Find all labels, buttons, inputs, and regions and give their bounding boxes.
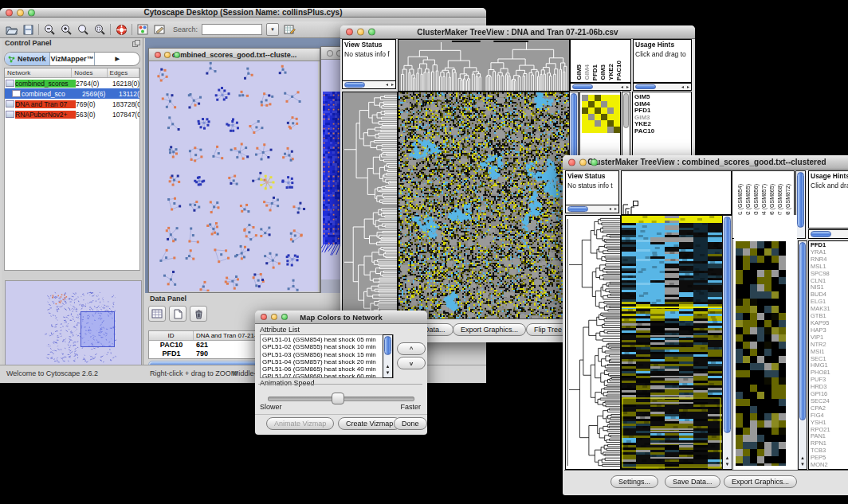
scroll-left-icon[interactable]: ◂: [609, 205, 611, 213]
scroll-down-icon[interactable]: ▼: [383, 369, 392, 377]
minimize-icon[interactable]: [579, 158, 587, 166]
scroll-down-icon[interactable]: ▼: [723, 461, 732, 468]
network-view-titlebar[interactable]: combined_scores_good.txt--cluste...: [149, 49, 320, 61]
scrollbar-thumb[interactable]: [811, 231, 831, 237]
network-list-row[interactable]: RNAPuberNov2+ 563(0) 107847(0): [5, 109, 139, 119]
attribute-list-item[interactable]: GPL51-01 (GSM854) heat shock 05 min: [262, 336, 391, 343]
open-file-icon[interactable]: [5, 23, 18, 36]
array-label[interactable]: GIM5: [575, 64, 583, 80]
zoom-out-icon[interactable]: [43, 23, 56, 36]
network-list-row[interactable]: DNA and Tran 07 769(0) 183728(0): [5, 99, 139, 109]
zoom-icon[interactable]: [174, 52, 180, 58]
treeview2-titlebar[interactable]: ClusterMaker TreeView : combined_scores_…: [563, 155, 848, 170]
move-down-button[interactable]: v: [397, 357, 426, 369]
vizmapper-icon[interactable]: [136, 23, 149, 36]
zoom-icon[interactable]: [281, 314, 288, 320]
zoom-in-icon[interactable]: [60, 23, 73, 36]
gene-list-vscrollbar[interactable]: ▲ ▼: [798, 240, 807, 470]
minimize-icon[interactable]: [164, 52, 171, 58]
attribute-list-item[interactable]: GPL51-04 (GSM857) heat shock 20 min: [262, 358, 391, 365]
delete-attribute-icon[interactable]: [190, 306, 207, 322]
move-up-button[interactable]: ^: [397, 342, 426, 355]
zoom-icon[interactable]: [28, 9, 35, 16]
gene-dendrogram-canvas[interactable]: [342, 92, 398, 320]
zoom-selected-icon[interactable]: [77, 23, 89, 36]
heatmap-canvas[interactable]: [621, 215, 723, 470]
network-list-header[interactable]: Network Nodes Edges: [5, 68, 139, 78]
heatmap-canvas[interactable]: [398, 92, 570, 320]
zoom-heatmap-canvas[interactable]: [736, 241, 786, 466]
attribute-list-item[interactable]: GPL51-06 (GSM865) heat shock 40 min: [262, 365, 391, 373]
minimize-icon[interactable]: [357, 29, 364, 36]
help-lifesaver-icon[interactable]: [115, 23, 128, 36]
scroll-right-icon[interactable]: ▸: [614, 205, 617, 213]
array-label[interactable]: PFD1: [591, 64, 599, 80]
search-dropdown-icon[interactable]: ▼: [266, 23, 279, 36]
array-labels-hscrollbar[interactable]: ◂ ▸: [570, 83, 631, 91]
create-vizmap-button[interactable]: Create Vizmap: [338, 417, 401, 430]
network-list-row[interactable]: combined_sco 2569(6) 13112(15): [5, 88, 139, 99]
similarity-matrix-canvas[interactable]: [582, 95, 620, 133]
close-icon[interactable]: [568, 158, 575, 166]
edges-col-header[interactable]: Edges: [108, 68, 139, 77]
attribute-list-item[interactable]: GPL51-02 (GSM855) heat shock 10 min: [262, 343, 391, 350]
treeview1-titlebar[interactable]: ClusterMaker TreeView : DNA and Tran 07-…: [340, 25, 695, 39]
close-icon[interactable]: [155, 52, 161, 58]
scroll-down-icon[interactable]: ▼: [799, 461, 807, 468]
scroll-left-icon[interactable]: ◂: [386, 81, 388, 88]
zoom-icon[interactable]: [591, 158, 598, 166]
array-label[interactable]: YKE2: [607, 64, 614, 80]
array-label[interactable]: GIM4: [583, 64, 591, 80]
animate-vizmap-button[interactable]: Animate Vizmap: [266, 417, 334, 430]
scroll-right-icon[interactable]: ▸: [687, 84, 689, 91]
export-graphics-button[interactable]: Export Graphics...: [453, 323, 526, 336]
zoom-fit-icon[interactable]: [93, 23, 106, 36]
save-data-button[interactable]: Save Data...: [665, 475, 720, 488]
scrollbar-thumb[interactable]: [724, 217, 731, 433]
scroll-right-icon[interactable]: ▸: [391, 81, 394, 88]
network-overview-canvas[interactable]: [6, 281, 139, 370]
tab-network[interactable]: Network: [5, 53, 50, 65]
slider-thumb[interactable]: [332, 393, 344, 404]
column-dendrogram-canvas[interactable]: [621, 170, 732, 215]
attribute-list-item[interactable]: GPL51-07 (GSM868) heat shock 60 min: [262, 373, 391, 378]
attribute-list-item[interactable]: GPL51-03 (GSM856) heat shock 15 min: [262, 351, 391, 358]
annotation-icon[interactable]: [153, 23, 166, 36]
column-dendrogram-canvas[interactable]: [398, 39, 570, 92]
scrollbar-thumb[interactable]: [567, 206, 588, 212]
close-icon[interactable]: [261, 314, 267, 320]
scroll-right-icon[interactable]: ▸: [626, 84, 629, 91]
done-button[interactable]: Done: [394, 417, 427, 430]
usage-hints-hscrollbar[interactable]: [808, 229, 848, 239]
export-graphics-button[interactable]: Export Graphics...: [724, 475, 797, 488]
array-label[interactable]: PAC10: [615, 61, 622, 80]
select-attributes-icon[interactable]: [148, 306, 166, 322]
scrollbar-thumb[interactable]: [799, 242, 806, 420]
scrollbar-thumb[interactable]: [344, 82, 365, 88]
view-status-hscrollbar[interactable]: ◂ ▸: [342, 80, 396, 89]
network-list-row[interactable]: combined_scores 2764(0) 16218(0): [5, 78, 139, 88]
gene-list-item[interactable]: MON2: [811, 462, 848, 469]
minimize-icon[interactable]: [17, 9, 24, 16]
scrollbar-thumb[interactable]: [384, 336, 391, 355]
minimize-icon[interactable]: [271, 314, 277, 320]
scroll-left-icon[interactable]: ◂: [621, 84, 623, 91]
heatmap-vscrollbar[interactable]: ▲ ▼: [722, 215, 732, 470]
array-label[interactable]: GIM3: [599, 64, 607, 80]
scrollbar-thumb[interactable]: [635, 84, 656, 89]
close-icon[interactable]: [327, 50, 333, 57]
id-col-header[interactable]: ID: [149, 331, 194, 340]
gene-label[interactable]: PAC10: [634, 128, 689, 135]
zoom-icon[interactable]: [368, 29, 375, 36]
new-attribute-icon[interactable]: [169, 306, 186, 322]
main-titlebar[interactable]: Cytoscape Desktop (Session Name: collins…: [0, 8, 486, 18]
tab-vizmapper[interactable]: VizMapper™: [50, 53, 95, 65]
table-edit-icon[interactable]: [283, 23, 296, 36]
save-icon[interactable]: [22, 23, 34, 36]
close-icon[interactable]: [346, 29, 353, 36]
float-panel-icon[interactable]: [132, 40, 140, 49]
nodes-col-header[interactable]: Nodes: [72, 68, 107, 77]
scrollbar-thumb[interactable]: [572, 84, 593, 89]
network-canvas[interactable]: [149, 61, 318, 291]
search-input[interactable]: [202, 24, 262, 35]
